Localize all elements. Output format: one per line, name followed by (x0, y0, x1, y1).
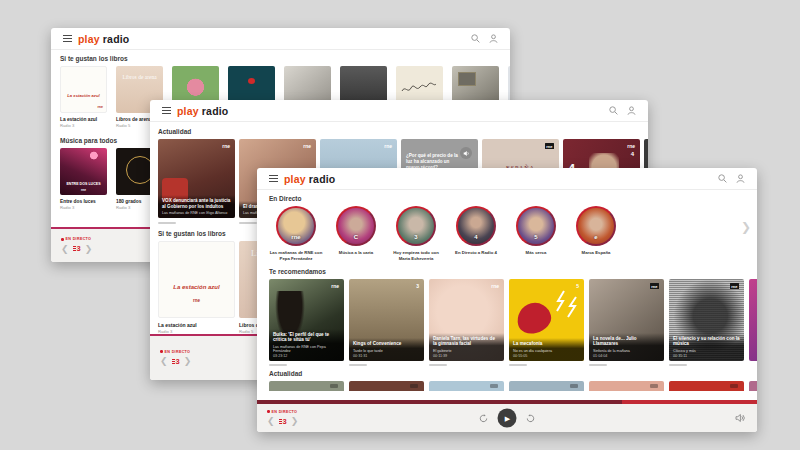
news-card-top[interactable] (749, 381, 757, 391)
cover-title: La estación azul (163, 284, 230, 290)
podcast-cover-estacion-azul[interactable]: La estación azul rne (60, 66, 107, 113)
radio4-small-digit: 4 (631, 151, 634, 157)
card-label[interactable]: La estación azulRadio 3 (60, 117, 107, 128)
card-label[interactable]: Entre dos lucesRadio 3 (60, 199, 107, 210)
reco-subtitle: Sinfonía de la mañana (593, 349, 660, 353)
live-label: EN DIRECTO (272, 410, 298, 414)
reco-duration: 00:55:05 (513, 354, 580, 358)
radio3-logo[interactable]: 3 (73, 245, 81, 253)
news-card-top[interactable] (589, 381, 664, 391)
app-logo[interactable]: play radio (78, 33, 129, 45)
news-card-vox[interactable]: rne VOX denunciará ante la justicia al G… (158, 139, 235, 218)
news-card-top[interactable] (429, 381, 504, 391)
live-station-radio5[interactable]: 5 Más cerca (509, 206, 563, 261)
reco-title: El silencio y su relación con la música (673, 336, 740, 347)
prev-station-chevron[interactable]: ❮ (160, 356, 168, 366)
rne-logo: rne (384, 143, 392, 149)
live-station-clasica[interactable]: C Música a la carta (329, 206, 383, 261)
reco-duration: 00:31:31 (353, 354, 420, 358)
reco-duration: 00:11:39 (433, 354, 500, 358)
reco-card-silencio[interactable]: rne El silencio y su relación con la mús… (669, 279, 744, 361)
rne-logo: rne (159, 298, 234, 303)
megaphone-illustration (514, 299, 554, 336)
station-avatar: 5 (516, 206, 556, 246)
logo-radio: radio (309, 173, 336, 185)
prev-station-chevron[interactable]: ❮ (61, 244, 69, 254)
reco-card-partial[interactable] (749, 279, 757, 361)
rne-logo: rne (303, 143, 311, 149)
news-card-top[interactable] (669, 381, 744, 391)
station-avatar: 4 (456, 206, 496, 246)
news-card-top[interactable] (509, 381, 584, 391)
user-icon[interactable] (627, 106, 636, 115)
reco-card-gimnasia[interactable]: rne Daniela Tarn, las virtudes de la gim… (429, 279, 504, 361)
librocast-logo-dot (248, 78, 255, 84)
app-logo[interactable]: play radio (284, 173, 335, 185)
reco-duration: 01:04:04 (593, 354, 660, 358)
news-subtitle: Las mañanas de RNE con Íñigo Alfonso (162, 211, 231, 215)
menu-icon[interactable] (269, 175, 278, 182)
desktop-background: play radio Si te gustan los libros La es… (0, 0, 800, 450)
app-logo[interactable]: play radio (177, 105, 228, 117)
cover-title: ENTRE DOS LUCES (62, 182, 105, 186)
forward-icon[interactable] (526, 413, 536, 423)
live-station-radio4[interactable]: 4 En Directo a Radio 4 (449, 206, 503, 261)
reco-subtitle: Las mañanas de RNE con Pepa Fernández (273, 345, 340, 353)
live-station-exterior[interactable]: e Marca España (569, 206, 623, 261)
radio3-logo[interactable]: 3 (279, 418, 287, 426)
logo-radio: radio (202, 105, 229, 117)
section-title-live: En Directo (269, 195, 757, 202)
news-card-top[interactable] (269, 381, 344, 391)
live-dot (160, 350, 163, 353)
station-avatar: C (336, 206, 376, 246)
player-bar: EN DIRECTO ❮ 3 ❯ ▶ (257, 400, 757, 432)
live-station-radio3[interactable]: 3 Hoy empieza todo con Marta Echeverría (389, 206, 443, 261)
menu-icon[interactable] (162, 107, 171, 114)
caption-placeholder (158, 222, 176, 224)
search-icon[interactable] (471, 34, 480, 43)
reco-card-mecafonia[interactable]: 5 La mecafonía No es un día cualquiera 0… (509, 279, 584, 361)
reco-card-kings[interactable]: 3 Kings of Convenience Tarde lo que tard… (349, 279, 424, 361)
rne-logo: rne (62, 188, 105, 192)
chevron-right-icon[interactable]: ❯ (741, 220, 751, 234)
news-title: VOX denunciará ante la justicia al Gobie… (162, 198, 231, 209)
search-icon[interactable] (609, 106, 618, 115)
volume-icon[interactable] (735, 414, 745, 423)
next-station-chevron[interactable]: ❯ (291, 416, 299, 426)
prev-station-chevron[interactable]: ❮ (267, 416, 275, 426)
section-title-books: Si te gustan los libros (60, 55, 510, 62)
live-dot (267, 410, 270, 413)
next-station-chevron[interactable]: ❯ (85, 244, 93, 254)
caption-placeholder (429, 364, 447, 366)
reco-card-llamazares[interactable]: rne La novela de... Julio Llamazares Sin… (589, 279, 664, 361)
reco-subtitle: Tarde lo que tarde (353, 349, 420, 353)
caption-placeholder (589, 364, 607, 366)
reco-title: Kings of Convenience (353, 341, 420, 347)
user-icon[interactable] (489, 34, 498, 43)
play-button[interactable]: ▶ (498, 409, 517, 428)
logo-play: play (177, 105, 199, 117)
live-label: EN DIRECTO (165, 350, 191, 354)
live-station-rne[interactable]: rne Las mañanas de RNE con Pepa Fernánde… (269, 206, 323, 261)
user-icon[interactable] (736, 174, 745, 183)
podcast-cover-entre-dos-luces[interactable]: ENTRE DOS LUCES rne (60, 148, 107, 195)
section-title-news: Actualidad (269, 370, 757, 377)
next-station-chevron[interactable]: ❯ (184, 356, 192, 366)
search-icon[interactable] (718, 174, 727, 183)
podcast-cover-estacion-azul[interactable]: La estación azul rne (158, 241, 235, 318)
live-label: EN DIRECTO (66, 237, 92, 241)
live-dot (61, 238, 64, 241)
station-logo: rne (650, 283, 659, 289)
radio3-bars (279, 419, 282, 424)
news-card-top[interactable] (349, 381, 424, 391)
reco-card-buika[interactable]: rne Buika: 'El perfil del que te critica… (269, 279, 344, 361)
reco-duration: 03:23:12 (273, 354, 340, 358)
menu-icon[interactable] (63, 35, 72, 42)
logo-play: play (78, 33, 100, 45)
logo-play: play (284, 173, 306, 185)
carousel-news-clipped (269, 381, 757, 391)
card-label[interactable]: La estación azulRadio 3 (158, 322, 235, 334)
radio3-logo[interactable]: 3 (172, 358, 180, 366)
rewind-icon[interactable] (479, 413, 489, 423)
reco-subtitle: El gabinete (433, 349, 500, 353)
